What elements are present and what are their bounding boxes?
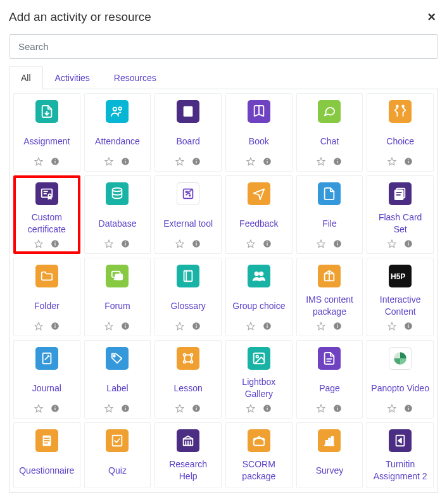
star-icon[interactable] xyxy=(387,322,396,331)
info-icon[interactable] xyxy=(192,239,201,248)
info-icon[interactable] xyxy=(192,404,201,413)
star-icon[interactable] xyxy=(34,157,43,166)
h5p-icon: H5P xyxy=(389,265,412,287)
star-icon[interactable] xyxy=(104,157,113,166)
star-icon[interactable] xyxy=(34,239,43,248)
star-icon[interactable] xyxy=(175,239,184,248)
activity-card-board[interactable]: Board xyxy=(154,93,222,172)
svg-rect-96 xyxy=(337,325,338,328)
star-icon[interactable] xyxy=(104,404,113,413)
activity-card-feedback[interactable]: Feedback xyxy=(225,175,293,254)
activity-card-assignment[interactable]: Assignment xyxy=(13,93,80,172)
star-icon[interactable] xyxy=(387,404,396,413)
info-icon[interactable] xyxy=(263,157,272,166)
star-icon[interactable] xyxy=(175,157,184,166)
activity-card-database[interactable]: Database xyxy=(84,175,151,254)
book-icon xyxy=(248,100,270,123)
activity-card-chat[interactable]: Chat xyxy=(296,93,363,172)
info-icon[interactable] xyxy=(121,404,130,413)
activity-card-external[interactable]: External tool xyxy=(154,175,222,254)
info-icon[interactable] xyxy=(404,239,413,248)
info-icon[interactable] xyxy=(333,157,342,166)
star-icon[interactable] xyxy=(104,322,113,331)
svg-point-6 xyxy=(119,107,122,110)
database-icon xyxy=(106,182,129,205)
activity-card-attendance[interactable]: Attendance xyxy=(84,93,151,172)
star-icon[interactable] xyxy=(387,239,396,248)
svg-rect-32 xyxy=(408,161,409,163)
info-icon[interactable] xyxy=(263,239,272,248)
svg-point-102 xyxy=(408,324,409,325)
svg-rect-9 xyxy=(125,161,126,163)
activity-card-certificate[interactable]: Custom certificate xyxy=(13,175,80,254)
info-icon[interactable] xyxy=(404,157,413,166)
info-icon[interactable] xyxy=(263,404,272,413)
activity-label: SCORM package xyxy=(229,458,289,482)
search-input[interactable] xyxy=(9,34,438,59)
activity-card-book[interactable]: Book xyxy=(225,93,293,172)
activity-card-file[interactable]: File xyxy=(296,175,363,254)
star-icon[interactable] xyxy=(175,322,184,331)
activity-card-lightbox[interactable]: Lightbox Gallery xyxy=(225,340,293,419)
activity-card-questionnaire[interactable]: Questionnaire xyxy=(13,422,80,488)
activity-card-page[interactable]: Page xyxy=(296,340,363,419)
activity-card-folder[interactable]: Folder xyxy=(13,258,80,336)
card-actions xyxy=(246,239,272,248)
info-icon[interactable] xyxy=(333,404,342,413)
star-icon[interactable] xyxy=(317,322,325,331)
star-icon[interactable] xyxy=(387,157,396,166)
star-icon[interactable] xyxy=(175,404,184,413)
info-icon[interactable] xyxy=(121,239,130,248)
star-icon[interactable] xyxy=(104,239,113,248)
star-icon[interactable] xyxy=(34,404,43,413)
activity-card-quiz[interactable]: Quiz xyxy=(84,422,151,488)
tab-bar: All Activities Resources xyxy=(9,65,438,89)
star-icon[interactable] xyxy=(246,239,255,248)
star-icon[interactable] xyxy=(317,157,325,166)
activity-card-journal[interactable]: Journal xyxy=(13,340,80,419)
info-icon[interactable] xyxy=(404,404,413,413)
info-icon[interactable] xyxy=(121,157,130,166)
star-icon[interactable] xyxy=(246,157,255,166)
activity-card-glossary[interactable]: Glossary xyxy=(154,258,222,336)
activity-card-ims[interactable]: IMS content package xyxy=(296,258,363,336)
activity-card-flashcard[interactable]: Flash Card Set xyxy=(367,175,434,254)
star-icon[interactable] xyxy=(34,322,43,331)
activity-card-panopto[interactable]: Panopto Video xyxy=(367,340,434,419)
info-icon[interactable] xyxy=(51,404,60,413)
quiz-icon xyxy=(106,429,129,452)
info-icon[interactable] xyxy=(51,322,60,331)
star-icon[interactable] xyxy=(317,404,325,413)
info-icon[interactable] xyxy=(51,157,60,166)
info-icon[interactable] xyxy=(192,322,201,331)
info-icon[interactable] xyxy=(121,322,130,331)
star-icon[interactable] xyxy=(246,404,255,413)
activity-card-forum[interactable]: Forum xyxy=(84,258,151,336)
info-icon[interactable] xyxy=(333,239,342,248)
tab-resources[interactable]: Resources xyxy=(102,66,168,89)
activity-card-survey[interactable]: Survey xyxy=(296,422,363,488)
svg-marker-99 xyxy=(388,322,396,330)
close-button[interactable]: × xyxy=(425,10,438,24)
star-icon[interactable] xyxy=(246,322,255,331)
svg-marker-20 xyxy=(247,158,255,165)
activity-card-h5p[interactable]: H5PInteractive Content xyxy=(367,258,434,336)
activity-card-lesson[interactable]: Lesson xyxy=(154,340,222,419)
info-icon[interactable] xyxy=(192,157,201,166)
info-icon[interactable] xyxy=(404,322,413,331)
activity-card-choice[interactable]: Choice xyxy=(367,93,434,172)
tab-all[interactable]: All xyxy=(9,66,43,89)
info-icon[interactable] xyxy=(263,322,272,331)
activity-label: Chat xyxy=(319,129,341,153)
activity-card-research[interactable]: Research Help xyxy=(154,422,222,488)
info-icon[interactable] xyxy=(51,239,60,248)
activity-card-group[interactable]: Group choice xyxy=(225,258,293,336)
activity-card-scorm[interactable]: SCORM package xyxy=(225,422,293,488)
activity-card-turnitin[interactable]: Turnitin Assignment 2 xyxy=(367,422,434,488)
info-icon[interactable] xyxy=(333,322,342,331)
tab-activities[interactable]: Activities xyxy=(43,66,102,89)
activity-card-label[interactable]: Label xyxy=(84,340,151,419)
svg-point-28 xyxy=(396,105,398,107)
svg-marker-82 xyxy=(176,322,184,330)
star-icon[interactable] xyxy=(317,239,325,248)
